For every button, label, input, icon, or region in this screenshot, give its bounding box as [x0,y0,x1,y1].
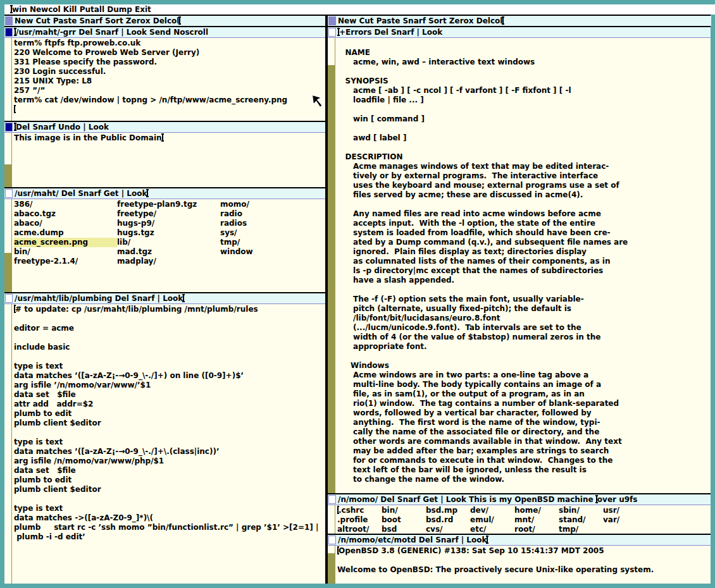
win-motd-tag-text[interactable]: /n/momo/etc/motd Del Snarf | Look [338,536,488,544]
directory-row[interactable]: .cshrcbin/bsd.mpdev/home/sbin/usr/ [337,506,711,515]
win-momo-dir-tag[interactable]: /n/momo/ Del Snarf Get | Look This is my… [328,494,711,505]
directory-entry[interactable]: cvs/ [426,525,470,534]
directory-entry[interactable]: dev/ [470,506,514,515]
text-line[interactable]: plumb start rc -c ’ssh momo ”bin/functio… [14,523,325,532]
directory-entry[interactable]: boot [382,515,426,525]
directory-entry[interactable]: freetype-2.1.4/ [14,257,117,266]
text-line[interactable]: data matches ’([a-zA-Z¡-→0-9_\-./]+\.(cl… [14,447,325,456]
text-line[interactable]: Any named files are read into acme windo… [337,209,711,219]
win-errors-body[interactable]: NAME acme, win, awd – interactive text w… [328,38,711,493]
win-momo-dir-body[interactable]: .cshrcbin/bsd.mpdev/home/sbin/usr/.profi… [328,505,711,534]
directory-entry[interactable]: tmp/ [220,238,323,247]
text-line[interactable]: appropriate font. [337,342,711,352]
text-line[interactable] [337,352,711,361]
directory-entry[interactable]: bsd [382,525,426,534]
win-errors-tag-text[interactable]: +Errors Del Snarf | Look [338,28,442,37]
text-line[interactable]: ignored. Plain files display as text; di… [337,247,711,257]
text-line[interactable]: acme, win, awd – interactive text window… [337,58,711,67]
text-line[interactable] [14,352,325,362]
directory-entry[interactable]: abaco.tgz [14,209,117,219]
directory-entry[interactable]: sys/ [220,228,323,238]
clean-state-box-icon[interactable] [328,536,336,544]
text-line[interactable]: for or commands to execute in that windo… [337,456,711,465]
directory-entry[interactable]: momo/ [220,200,323,209]
text-line[interactable]: files served by acme; these are discusse… [337,190,711,200]
directory-row[interactable]: bin/mad.tgzwindow [14,247,325,257]
directory-entry[interactable]: sbin/ [559,506,603,515]
clean-state-box-icon[interactable] [328,495,336,504]
directory-entry[interactable]: madplay/ [117,257,220,266]
directory-entry[interactable]: .profile [337,515,382,525]
win-usr-maht-grr-body[interactable]: term% ftpfs ftp.proweb.co.uk220 Welcome … [4,38,325,121]
modified-state-box-icon[interactable] [5,28,13,37]
text-line[interactable] [14,314,325,324]
column-tag-right[interactable]: New Cut Paste Snarf Sort Zerox Delcol [328,16,711,26]
text-line[interactable]: term% cat /dev/window | topng > /n/ftp/w… [14,95,325,105]
text-line[interactable]: ls -p directory|mc except that the names… [337,266,711,276]
directory-entry[interactable]: 386/ [14,200,117,209]
win-plumbing-tag[interactable]: /usr/maht/lib/plumbing Del Snarf | Look [4,293,325,303]
directory-entry[interactable]: radio [220,209,323,219]
win-motd-tag[interactable]: /n/momo/etc/motd Del Snarf | Look [328,535,711,545]
directory-entry[interactable]: etc/ [470,525,514,534]
text-line[interactable]: plumb client $editor [14,485,325,494]
text-line[interactable]: 331 Please specify the password. [14,58,325,67]
text-line[interactable]: # to update: cp /usr/maht/lib/plumbing /… [14,305,325,314]
directory-entry[interactable]: abaco/ [14,219,117,228]
text-line[interactable]: multi-line body. The body typically cont… [337,380,711,389]
directory-entry[interactable]: mnt/ [514,515,559,525]
win-usr-maht-grr-tag[interactable]: /usr/maht/-grr Del Snarf | Look Send Nos… [4,27,325,37]
win-usr-maht-dir-body[interactable]: 386/freetype-plan9.tgzmomo/abaco.tgzfree… [4,199,325,292]
text-line[interactable]: 230 Login successful. [14,67,325,77]
directory-entry[interactable]: altroot/ [337,525,382,534]
text-line[interactable]: The -f (-F) option sets the main font, u… [337,295,711,304]
win-usr-maht-dir-text[interactable]: 386/freetype-plan9.tgzmomo/abaco.tgzfree… [4,199,325,292]
text-line[interactable]: SYNOPSIS [337,77,711,86]
text-line[interactable]: NAME [337,48,711,58]
text-line[interactable]: rio(1) window. The tag contains a number… [337,399,711,408]
text-line[interactable] [337,67,711,77]
win-public-domain-body[interactable]: This image is in the Public Domain [4,133,325,187]
text-line[interactable]: acme [ -ab ] [ -c ncol ] [ -f varfont ] … [337,86,711,95]
text-line[interactable] [14,105,325,114]
column-layout-box-icon[interactable] [328,16,336,25]
directory-entry[interactable]: mad.tgz [117,247,220,257]
modified-state-box-icon[interactable] [5,123,13,132]
directory-entry[interactable]: lib/ [117,238,220,247]
text-line[interactable]: win [ command ] [337,114,711,124]
text-line[interactable]: words, followed by a vertical bar charac… [337,408,711,418]
text-line[interactable]: text left of the bar will be ignored, un… [337,465,711,475]
win-motd-body[interactable]: OpenBSD 3.8 (GENERIC) #138: Sat Sep 10 1… [328,546,711,584]
text-line[interactable] [14,494,325,504]
directory-entry[interactable]: freetype-plan9.tgz [117,200,220,209]
text-line[interactable]: pitch (alternate, usually fixed-pitch); … [337,304,711,314]
text-line[interactable]: other words are commands available in th… [337,437,711,446]
text-line[interactable] [337,124,711,133]
win-plumbing-body[interactable]: # to update: cp /usr/maht/lib/plumbing /… [4,304,325,584]
text-line[interactable]: 257 ”/” [14,86,325,95]
text-line[interactable] [14,428,325,438]
directory-entry[interactable]: bin/ [382,506,426,515]
directory-entry[interactable]: window [220,247,323,257]
directory-entry[interactable]: emul/ [470,515,514,525]
text-line[interactable] [337,556,711,565]
text-line[interactable]: (.../lucm/unicode.9.font). Tab intervals… [337,323,711,333]
clean-state-box-icon[interactable] [328,28,336,37]
text-line[interactable]: data set $file [14,466,325,475]
directory-entry[interactable]: .cshrc [337,506,382,515]
win-usr-maht-dir-tag[interactable]: /usr/maht/ Del Snarf Get | Look [4,188,325,199]
text-line[interactable]: term% ftpfs ftp.proweb.co.uk [14,39,325,48]
win-plumbing-text[interactable]: # to update: cp /usr/maht/lib/plumbing /… [4,304,325,584]
text-line[interactable]: editor = acme [14,324,325,333]
text-line[interactable]: to change the name of the window. [337,475,711,484]
win-errors-text[interactable]: NAME acme, win, awd – interactive text w… [328,38,711,493]
text-line[interactable]: 215 UNIX Type: L8 [14,77,325,86]
win-motd-text[interactable]: OpenBSD 3.8 (GENERIC) #138: Sat Sep 10 1… [328,546,711,584]
win-usr-maht-grr-text[interactable]: term% ftpfs ftp.proweb.co.uk220 Welcome … [4,38,325,121]
text-line[interactable]: This image is in the Public Domain [14,133,325,143]
main-tag[interactable]: win Newcol Kill Putall Dump Exit [4,4,715,15]
text-line[interactable]: width of 4 (or the value of $tabstop) nu… [337,333,711,342]
column-tag-left-text[interactable]: New Cut Paste Snarf Sort Zerox Delcol [15,16,180,25]
win-plumbing-tag-text[interactable]: /usr/maht/lib/plumbing Del Snarf | Look [15,294,184,303]
win-usr-maht-dir-tag-text[interactable]: /usr/maht/ Del Snarf Get | Look [15,189,148,198]
